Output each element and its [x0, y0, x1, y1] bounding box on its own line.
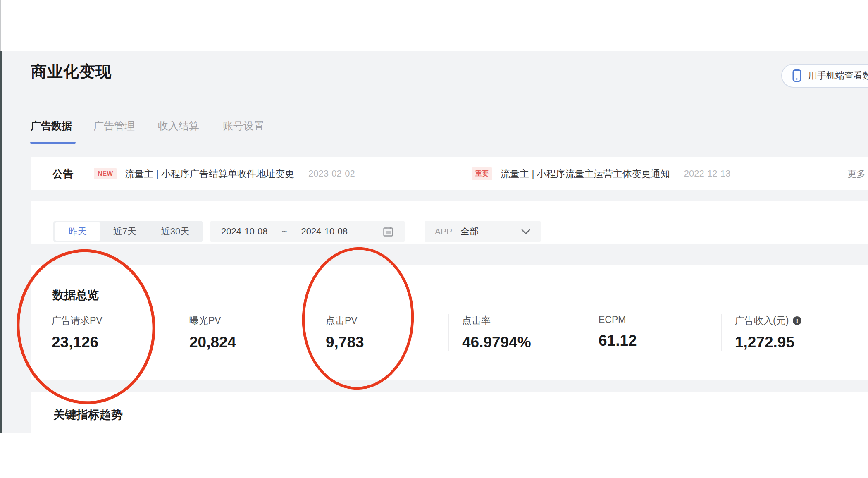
view-on-mobile-label: 用手机端查看数: [808, 69, 868, 82]
page: 商业化变现 用手机端查看数 广告数据 广告管理 收入结算 账号设置 公告 NEW…: [0, 0, 868, 478]
app-filter-label: APP: [435, 227, 452, 237]
tab-bar-divider: [31, 143, 868, 143]
more-announcements-link[interactable]: 更多: [847, 168, 866, 180]
app-filter-value: 全部: [460, 225, 479, 238]
tab-ad-management[interactable]: 广告管理: [93, 119, 135, 133]
metric-value: 23,126: [52, 334, 176, 351]
new-badge: NEW: [94, 168, 117, 179]
metric-value: 20,824: [189, 334, 312, 351]
quick-date-range-control: 昨天 近7天 近30天: [53, 221, 203, 242]
metric-ad-revenue: 广告收入(元) 1,272.95: [721, 314, 858, 351]
chevron-down-icon: [521, 229, 531, 235]
page-title: 商业化变现: [31, 61, 112, 82]
tab-revenue-settlement[interactable]: 收入结算: [158, 119, 199, 133]
announcement-card: 公告 NEW 流量主 | 小程序广告结算单收件地址变更 2023-02-02 重…: [31, 157, 868, 190]
quick-range-30-days[interactable]: 近30天: [149, 222, 201, 241]
filter-card: 昨天 近7天 近30天 2024-10-08 ~ 2024-10-08 APP …: [31, 201, 868, 244]
announcement-link[interactable]: 流量主 | 小程序流量主运营主体变更通知: [501, 167, 670, 180]
metric-value: 1,272.95: [735, 334, 858, 351]
metric-exposure-pv: 曝光PV 20,824: [176, 314, 312, 351]
quick-range-7-days[interactable]: 近7天: [100, 222, 149, 241]
announcement-section-label: 公告: [52, 167, 73, 181]
mobile-phone-icon: [792, 69, 802, 82]
metric-ecpm: ECPM 61.12: [585, 314, 721, 351]
window-left-edge: [0, 0, 1, 51]
date-range-separator: ~: [282, 226, 287, 237]
tab-account-settings[interactable]: 账号设置: [223, 119, 264, 133]
important-badge: 重要: [472, 167, 492, 180]
date-range-start: 2024-10-08: [221, 226, 268, 237]
announcement-item: 重要 流量主 | 小程序流量主运营主体变更通知 2022-12-13: [472, 157, 730, 190]
date-range-end: 2024-10-08: [301, 226, 348, 237]
data-overview-title: 数据总览: [52, 287, 99, 303]
key-metric-trend-title: 关键指标趋势: [53, 407, 123, 423]
announcement-item: NEW 流量主 | 小程序广告结算单收件地址变更 2023-02-02: [94, 157, 355, 190]
metric-click-pv: 点击PV 9,783: [312, 314, 448, 351]
metrics-row: 广告请求PV 23,126 曝光PV 20,824 点击PV 9,783 点击率…: [52, 314, 858, 351]
metric-label: 广告请求PV: [52, 314, 176, 327]
quick-range-yesterday[interactable]: 昨天: [55, 222, 100, 241]
date-range-picker[interactable]: 2024-10-08 ~ 2024-10-08: [210, 221, 405, 242]
metric-value: 9,783: [326, 334, 448, 351]
app-filter-dropdown[interactable]: APP 全部: [425, 221, 541, 242]
metric-click-rate: 点击率 46.9794%: [448, 314, 585, 351]
tab-bar: 广告数据 广告管理 收入结算 账号设置: [0, 119, 868, 144]
metric-label: ECPM: [599, 314, 721, 325]
info-icon[interactable]: [793, 316, 801, 325]
announcement-link[interactable]: 流量主 | 小程序广告结算单收件地址变更: [125, 167, 294, 180]
data-overview-card: 数据总览 广告请求PV 23,126 曝光PV 20,824 点击PV 9,78…: [31, 265, 868, 380]
metric-value: 46.9794%: [462, 334, 585, 351]
metric-label-wrap: 广告收入(元): [735, 314, 858, 327]
view-on-mobile-button[interactable]: 用手机端查看数: [781, 64, 868, 88]
metric-label: 点击PV: [326, 314, 448, 327]
active-tab-underline: [30, 142, 76, 144]
calendar-icon[interactable]: [382, 226, 394, 237]
announcement-date: 2022-12-13: [684, 168, 731, 179]
key-metric-trend-card: 关键指标趋势: [31, 392, 868, 478]
announcement-date: 2023-02-02: [308, 168, 355, 179]
metric-label: 点击率: [462, 314, 585, 327]
tab-ad-data[interactable]: 广告数据: [31, 119, 72, 133]
metric-ad-request-pv: 广告请求PV 23,126: [52, 314, 176, 351]
metric-value: 61.12: [599, 332, 721, 349]
metric-label: 曝光PV: [189, 314, 312, 327]
metric-label: 广告收入(元): [735, 314, 789, 327]
